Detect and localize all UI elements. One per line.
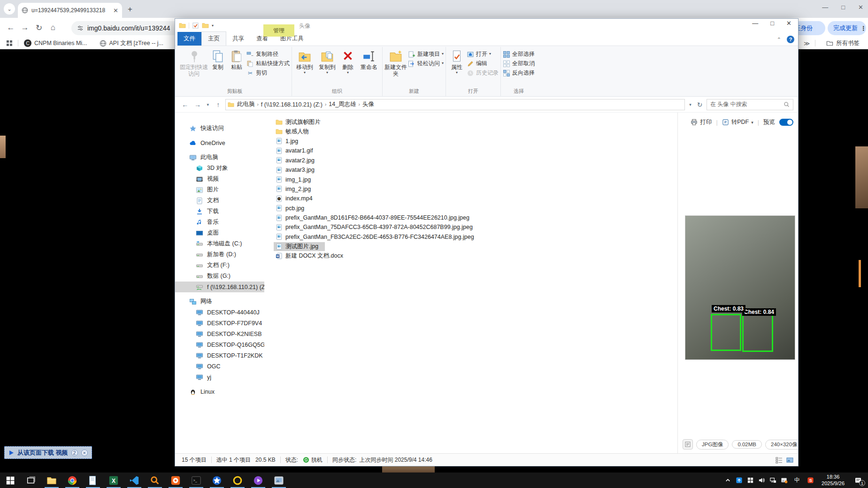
breadcrumb-segment[interactable]: 14_周志雄 <box>329 100 356 108</box>
excel-taskbar-button[interactable]: X <box>103 473 124 488</box>
refresh-icon[interactable]: ↻ <box>696 101 704 108</box>
finish-update-button[interactable]: 完成更新 ⋮ <box>828 21 866 35</box>
photos-gray-taskbar-button[interactable] <box>269 473 289 488</box>
chrome-taskbar-button[interactable] <box>62 473 83 488</box>
nav-forward-icon[interactable]: → <box>192 101 203 108</box>
file-row[interactable]: img_1.jpg <box>264 175 677 184</box>
search-input[interactable]: 在 头像 中搜索 <box>707 99 793 110</box>
sidebar-item[interactable]: 快速访问 <box>175 123 264 134</box>
sidebar-item[interactable]: OGC <box>175 361 264 372</box>
nav-back-icon[interactable]: ← <box>180 101 191 108</box>
breadcrumb-segment[interactable]: 头像 <box>362 100 374 108</box>
explorer-close-icon[interactable]: ✕ <box>786 20 791 27</box>
file-row[interactable]: 敏感人物 <box>264 127 677 136</box>
file-row[interactable]: 1.jpg <box>264 137 677 146</box>
preview-toggle[interactable] <box>779 119 793 126</box>
copy-path-button[interactable]: 复制路径 <box>246 50 290 58</box>
search-orange-taskbar-button[interactable] <box>145 473 165 488</box>
tab-search-chevron-icon[interactable]: ⌄ <box>4 3 15 15</box>
tab-file[interactable]: 文件 <box>177 32 201 46</box>
select-none-button[interactable]: 全部取消 <box>503 60 535 68</box>
tab-share[interactable]: 共享 <box>226 32 250 46</box>
file-row[interactable]: 测试旗帜图片 <box>264 117 677 127</box>
ime-indicator[interactable]: 中 <box>791 473 803 488</box>
cut-button[interactable]: ✂ 剪切 <box>246 69 290 77</box>
pin-to-quick-access-button[interactable]: 固定到快速访问 <box>180 48 208 77</box>
move-to-button[interactable]: 移动到▾ <box>294 48 315 74</box>
breadcrumb[interactable]: 此电脑›f (\\192.168.110.21) (Z:)›14_周志雄›头像 <box>225 99 685 110</box>
sidebar-item[interactable]: f (\\192.168.110.21) (Z:) <box>175 282 264 292</box>
sidebar-item[interactable]: 数据 (G:) <box>175 271 264 282</box>
new-tab-button[interactable]: + <box>128 5 132 14</box>
chevron-up-icon[interactable] <box>722 473 733 488</box>
sidebar-item[interactable]: 网络 <box>175 296 264 307</box>
notepad-taskbar-button[interactable] <box>83 473 103 488</box>
sidebar-item[interactable]: 图片 <box>175 184 264 195</box>
file-row[interactable]: W新建 DOCX 文档.docx <box>264 251 677 260</box>
tab-close-icon[interactable]: ✕ <box>113 7 118 14</box>
sidebar-item[interactable]: Linux <box>175 386 264 397</box>
file-row[interactable]: img_2.jpg <box>264 184 677 194</box>
sogou-icon[interactable]: S <box>805 473 816 488</box>
sidebar-item[interactable]: 新加卷 (D:) <box>175 249 264 260</box>
file-row[interactable]: prefix_GantMan_FB3CA2EC-26DE-4653-B776-F… <box>264 232 677 242</box>
to-pdf-button[interactable]: P 转PDF ▾ <box>722 118 753 126</box>
history-button[interactable]: 历史记录 <box>467 69 499 77</box>
arrow-blue-icon[interactable] <box>733 473 745 488</box>
browser-tab[interactable]: u=1392447539,29499133218 ✕ <box>18 3 122 18</box>
back-icon[interactable]: ← <box>4 23 18 32</box>
taskbar-clock[interactable]: 18:36 2025/9/26 <box>818 474 848 487</box>
file-row[interactable]: avatar3.jpg <box>264 165 677 175</box>
explorer-minimize-icon[interactable]: — <box>752 20 758 27</box>
details-view-icon[interactable] <box>776 457 783 464</box>
nav-up-icon[interactable]: ↑ <box>213 101 223 108</box>
address-dropdown-icon[interactable]: ▾ <box>687 102 694 107</box>
forward-icon[interactable]: → <box>18 23 32 32</box>
properties-button[interactable]: 属性▾ <box>448 48 466 74</box>
new-folder-button[interactable]: 新建文件夹 <box>384 48 407 77</box>
delete-button[interactable]: 删除▾ <box>339 48 357 74</box>
sidebar-item[interactable]: 音乐 <box>175 217 264 228</box>
sidebar-item[interactable]: 3D 对象 <box>175 163 264 174</box>
bookmark-item[interactable]: CCNPM Binaries Mi... <box>24 39 87 47</box>
app-yellow-ring-taskbar-button[interactable] <box>227 473 248 488</box>
file-row[interactable]: index.mp4 <box>264 194 677 203</box>
thumbnail-view-icon[interactable] <box>786 457 793 464</box>
collapse-ribbon-icon[interactable]: ⌃ <box>777 37 781 43</box>
file-row[interactable]: prefix_GantMan_8D161F62-B664-4037-89EE-7… <box>264 213 677 222</box>
sidebar-item[interactable]: OneDrive <box>175 137 264 148</box>
bookmarks-overflow-icon[interactable]: ≫ <box>804 40 810 47</box>
volume-icon[interactable] <box>756 473 767 488</box>
sidebar-item[interactable]: DESKTOP-K2NIESB <box>175 328 264 339</box>
sidebar-item[interactable]: 下载 <box>175 206 264 217</box>
app-blue-star-taskbar-button[interactable] <box>207 473 227 488</box>
network-pc-icon[interactable] <box>767 473 778 488</box>
sidebar-item[interactable]: 文档 <box>175 195 264 206</box>
sidebar-item[interactable]: 文档 (F:) <box>175 260 264 271</box>
paste-button[interactable]: 粘贴 <box>228 48 246 71</box>
explorer-maximize-icon[interactable]: □ <box>770 20 774 27</box>
folder-icon[interactable] <box>179 22 186 29</box>
edit-button[interactable]: 编辑 <box>467 60 499 68</box>
breadcrumb-segment[interactable]: f (\\192.168.110.21) (Z:) <box>261 101 323 108</box>
select-all-button[interactable]: 全部选择 <box>503 50 535 58</box>
home-icon[interactable]: ⌂ <box>46 23 60 32</box>
file-row[interactable]: 测试图片.jpg <box>264 242 677 251</box>
breadcrumb-segment[interactable]: 此电脑 <box>237 100 255 108</box>
rename-button[interactable]: 重命名 <box>358 48 380 71</box>
overlay-close-icon[interactable]: × <box>81 450 88 456</box>
browser-close-icon[interactable]: ✕ <box>858 4 863 11</box>
win-panes-icon[interactable] <box>745 473 756 488</box>
file-details-icon[interactable] <box>683 439 693 450</box>
reload-icon[interactable]: ↻ <box>32 23 46 33</box>
new-item-button[interactable]: 新建项目▾ <box>408 50 444 58</box>
copy-to-button[interactable]: 复制到▾ <box>316 48 338 74</box>
invert-selection-button[interactable]: 反向选择 <box>503 69 535 77</box>
copy-button[interactable]: 复制 <box>209 48 227 71</box>
browser-maximize-icon[interactable]: □ <box>841 4 845 11</box>
help-icon[interactable]: ? <box>787 36 794 43</box>
vscode-taskbar-button[interactable] <box>124 473 145 488</box>
notification-center-button[interactable]: 1 <box>850 473 866 488</box>
new-folder-qat-icon[interactable] <box>202 22 209 29</box>
sidebar-item[interactable]: DESKTOP-Q16GQ5G <box>175 339 264 350</box>
